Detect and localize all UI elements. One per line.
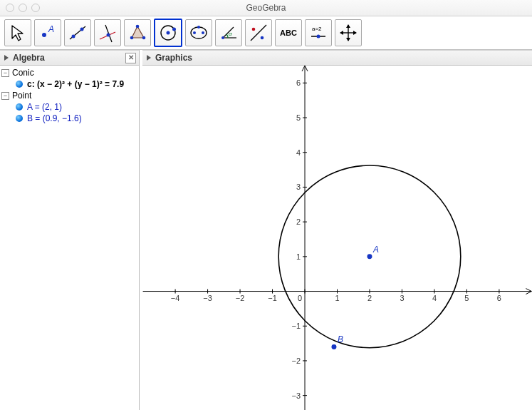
svg-line-22 <box>251 25 266 41</box>
algebra-group-label: Point <box>12 91 31 101</box>
svg-text:4: 4 <box>432 294 437 302</box>
svg-text:α: α <box>229 31 232 37</box>
svg-text:2: 2 <box>367 294 372 302</box>
svg-text:6: 6 <box>296 78 301 87</box>
algebra-panel-title: Algebra <box>13 53 45 63</box>
graphics-canvas[interactable]: −4−3−2−10123456−3−2−1123456AB <box>142 66 532 410</box>
app-title: GeoGebra <box>0 3 532 13</box>
svg-text:1: 1 <box>296 252 301 261</box>
svg-point-20 <box>221 36 224 39</box>
svg-text:6: 6 <box>497 294 501 302</box>
algebra-panel: Algebra ✕ − Conic c: (x − 2)² + (y − 1)²… <box>0 50 140 410</box>
visibility-dot-icon[interactable] <box>16 81 23 88</box>
svg-text:−1: −1 <box>268 294 276 302</box>
svg-text:2: 2 <box>296 217 301 226</box>
algebra-close-button[interactable]: ✕ <box>125 53 136 63</box>
expander-icon[interactable]: − <box>1 69 9 77</box>
algebra-group-label: Conic <box>12 68 34 78</box>
svg-text:−1: −1 <box>292 322 301 330</box>
svg-text:0: 0 <box>298 294 302 302</box>
svg-point-73 <box>367 254 372 259</box>
svg-point-0 <box>42 33 46 37</box>
algebra-item-point-b[interactable]: B = (0.9, −1.6) <box>1 113 139 124</box>
line-tool[interactable] <box>64 19 91 46</box>
svg-text:−3: −3 <box>203 294 212 302</box>
svg-text:B: B <box>338 334 343 344</box>
svg-text:1: 1 <box>335 294 339 302</box>
ellipse-tool[interactable] <box>185 19 212 46</box>
window-close-button[interactable] <box>6 4 14 12</box>
polygon-tool[interactable] <box>124 19 151 46</box>
svg-point-13 <box>172 28 176 31</box>
text-tool[interactable]: ABC <box>275 19 302 46</box>
svg-text:−3: −3 <box>292 391 301 400</box>
window-minimize-button[interactable] <box>19 4 27 12</box>
algebra-item-conic-c[interactable]: c: (x − 2)² + (y − 1)² = 7.9 <box>1 78 139 90</box>
svg-point-27 <box>317 35 320 39</box>
svg-text:3: 3 <box>400 294 404 302</box>
svg-point-17 <box>197 26 200 29</box>
svg-text:−2: −2 <box>236 294 244 302</box>
svg-point-3 <box>72 35 75 39</box>
graphics-panel-title: Graphics <box>155 53 192 63</box>
graphics-collapse-icon[interactable] <box>145 54 152 61</box>
angle-tool[interactable]: α <box>215 19 242 46</box>
window-zoom-button[interactable] <box>31 4 40 12</box>
move-tool[interactable] <box>4 19 31 46</box>
slider-tool[interactable]: a=2 <box>305 19 332 46</box>
point-tool[interactable]: A <box>34 19 61 46</box>
svg-point-24 <box>261 36 264 40</box>
circle-tool[interactable] <box>154 19 182 47</box>
svg-point-4 <box>80 28 84 31</box>
expander-icon[interactable]: − <box>1 92 9 100</box>
svg-point-75 <box>331 344 336 349</box>
svg-text:A: A <box>48 24 54 34</box>
svg-point-8 <box>130 36 134 40</box>
svg-text:−2: −2 <box>292 357 301 365</box>
svg-point-12 <box>167 31 170 35</box>
svg-text:A: A <box>372 245 379 255</box>
text-tool-label: ABC <box>280 29 297 37</box>
svg-point-9 <box>136 25 140 29</box>
svg-text:3: 3 <box>296 183 301 191</box>
svg-point-15 <box>193 31 196 34</box>
svg-text:4: 4 <box>296 148 301 157</box>
toolbar: A α ABC a=2 <box>0 16 532 50</box>
move-view-tool[interactable] <box>335 19 362 46</box>
svg-text:−4: −4 <box>171 294 179 302</box>
graphics-panel: Graphics −4−3−2−10123456−3−2−1123456AB <box>142 50 532 410</box>
svg-point-10 <box>142 36 146 40</box>
visibility-dot-icon[interactable] <box>16 103 23 111</box>
svg-text:a=2: a=2 <box>312 26 322 32</box>
svg-point-7 <box>107 34 110 37</box>
perpendicular-tool[interactable] <box>94 19 121 46</box>
visibility-dot-icon[interactable] <box>16 115 23 122</box>
reflect-tool[interactable] <box>245 19 272 46</box>
algebra-item-point-a[interactable]: A = (2, 1) <box>1 101 139 113</box>
titlebar: GeoGebra <box>0 0 532 16</box>
svg-point-16 <box>202 31 204 34</box>
svg-text:5: 5 <box>296 113 301 122</box>
algebra-collapse-icon[interactable] <box>3 54 10 61</box>
svg-text:5: 5 <box>464 294 469 302</box>
svg-point-23 <box>252 28 256 31</box>
